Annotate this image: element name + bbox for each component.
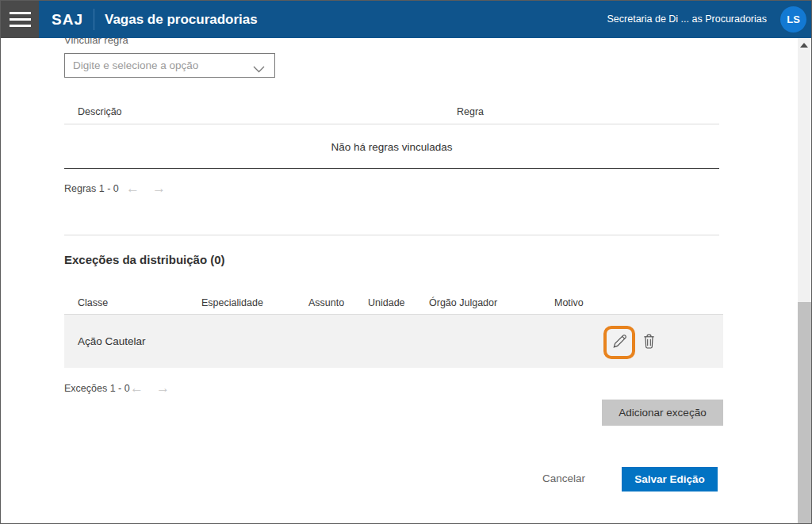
exceptions-col-unidade: Unidade <box>368 297 405 308</box>
trash-icon <box>642 333 657 352</box>
rules-header-divider <box>64 124 719 124</box>
table-row: Ação Cautelar <box>64 315 723 368</box>
vertical-scrollbar[interactable] <box>798 38 811 523</box>
user-avatar[interactable]: LS <box>780 6 806 33</box>
exceptions-col-motivo: Motivo <box>554 297 584 308</box>
edit-highlight-annotation <box>603 326 635 359</box>
exceptions-col-assunto: Assunto <box>308 297 344 308</box>
rules-next-page-icon[interactable]: → <box>152 182 166 195</box>
main-content: Vincular regra Digite e selecione a opçã… <box>1 1 798 523</box>
vincular-regra-placeholder: Digite e selecione a opção <box>73 54 198 77</box>
vincular-regra-combobox[interactable]: Digite e selecione a opção <box>64 53 275 78</box>
exceptions-prev-page-icon[interactable]: ← <box>130 381 144 395</box>
pencil-icon <box>611 333 628 352</box>
section-divider <box>64 235 719 235</box>
save-button[interactable]: Salvar Edição <box>622 467 718 491</box>
rules-empty-message: Não há regras vinculadas <box>64 141 719 153</box>
app-window: Vincular regra Digite e selecione a opçã… <box>0 0 812 524</box>
app-logo: SAJ <box>52 1 83 38</box>
app-header: SAJ Vagas de procuradorias Secretaria de… <box>1 1 811 38</box>
edit-exception-button[interactable] <box>611 333 628 352</box>
exceptions-col-especialidade: Especialidade <box>201 297 263 308</box>
org-scope-label: Secretaria de Di ... as Procuradorias <box>607 1 767 38</box>
exceptions-pagination-label: Exceções 1 - 0 <box>64 383 130 394</box>
hamburger-menu-button[interactable] <box>1 1 39 38</box>
exceptions-heading: Exceções da distribuição (0) <box>64 253 225 266</box>
rules-bottom-divider <box>64 168 719 169</box>
hamburger-icon <box>10 12 31 14</box>
chevron-down-icon[interactable] <box>253 62 265 76</box>
add-exception-button[interactable]: Adicionar exceção <box>602 400 723 426</box>
rules-pagination-label: Regras 1 - 0 <box>64 183 119 194</box>
exception-classe-cell: Ação Cautelar <box>78 335 146 347</box>
delete-exception-button[interactable] <box>641 334 657 351</box>
cancel-button[interactable]: Cancelar <box>542 472 585 484</box>
rules-col-descricao: Descrição <box>78 106 122 117</box>
page-title: Vagas de procuradorias <box>105 1 258 38</box>
exceptions-col-classe: Classe <box>78 297 108 308</box>
exceptions-col-orgao-julgador: Órgão Julgador <box>429 297 497 308</box>
exceptions-next-page-icon[interactable]: → <box>156 381 170 395</box>
scrollbar-thumb[interactable] <box>798 302 811 523</box>
rules-col-regra: Regra <box>457 106 484 117</box>
header-separator <box>94 9 94 30</box>
scrollbar-up-arrow-icon[interactable] <box>800 43 808 48</box>
rules-prev-page-icon[interactable]: ← <box>126 182 140 195</box>
